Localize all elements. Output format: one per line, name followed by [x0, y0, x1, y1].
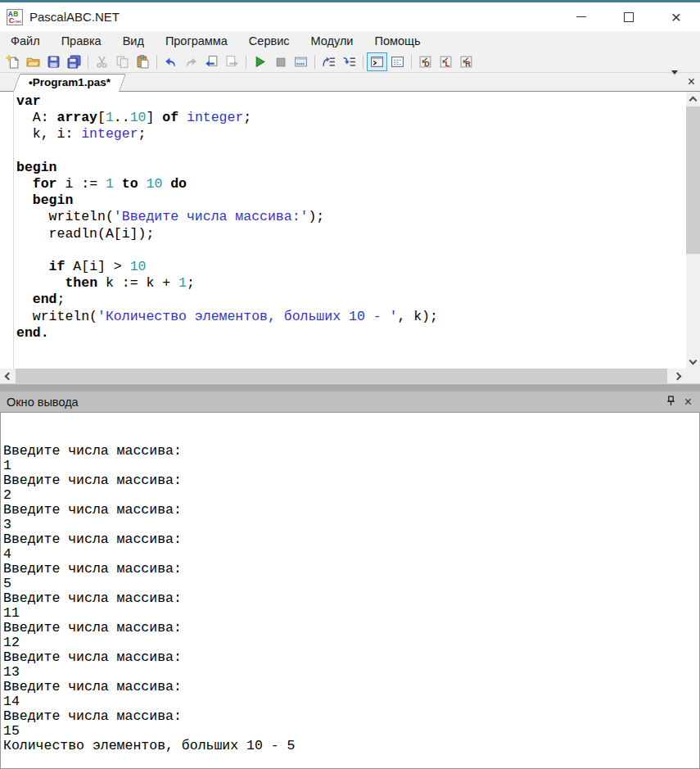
code-line[interactable]: then k := k + 1; [16, 275, 438, 292]
menu-item-service[interactable]: Сервис [238, 31, 300, 52]
code-line[interactable] [16, 242, 438, 259]
code-line[interactable]: end; [16, 292, 438, 308]
close-icon: × [671, 8, 681, 25]
output-line: 4 [3, 547, 699, 562]
scroll-right-button[interactable] [671, 369, 686, 383]
nav-back-icon [205, 55, 219, 69]
output-console[interactable]: Введите числа массива:1Введите числа мас… [0, 412, 700, 769]
menu-item-modules[interactable]: Модули [300, 31, 364, 52]
menu-item-edit[interactable]: Правка [51, 31, 112, 52]
output-line: Введите числа массива: [3, 562, 699, 577]
code-line[interactable]: for i := 1 to 10 do [16, 176, 438, 192]
chevron-down-icon [689, 356, 698, 364]
window-title: PascalABC.NET [29, 10, 120, 24]
scroll-left-button[interactable] [0, 369, 15, 383]
code-editor[interactable]: var A: array[1..10] of integer; k, i: in… [0, 92, 686, 369]
menu-bar: ФайлПравкаВидПрограммаСервисМодулиПомощь [0, 31, 700, 52]
output-line: 15 [3, 724, 699, 739]
save-icon [47, 55, 61, 69]
svg-text:R: R [465, 60, 471, 68]
code-line[interactable]: A: array[1..10] of integer; [16, 110, 438, 126]
svg-text:net: net [15, 18, 21, 23]
open-file-button[interactable] [23, 52, 43, 71]
nav-back-button[interactable] [201, 52, 222, 71]
code-area[interactable]: var A: array[1..10] of integer; k, i: in… [16, 93, 438, 342]
run-program-button[interactable] [250, 52, 270, 71]
scroll-up-button[interactable] [686, 92, 700, 106]
code-line[interactable]: writeln('Введите числа массива:'); [16, 209, 438, 225]
editor-output-splitter[interactable] [0, 383, 700, 391]
step-over-icon [322, 55, 336, 69]
output-window-header: Окно вывода × [0, 391, 700, 412]
paste-button[interactable] [133, 52, 153, 71]
undo-button[interactable] [160, 52, 181, 71]
compile-button[interactable] [291, 52, 311, 71]
chevron-right-icon [674, 372, 682, 380]
chevron-left-icon [5, 372, 13, 380]
tab-strip: •Program1.pas* × [0, 73, 700, 92]
run-icon [253, 55, 267, 69]
close-document-button[interactable]: × [688, 75, 695, 89]
step-over-button[interactable] [318, 52, 339, 71]
pin-icon [666, 396, 676, 406]
panel-r-button[interactable]: R [456, 52, 476, 71]
code-line[interactable]: readln(A[i]); [16, 226, 438, 242]
panel-d-button[interactable]: D [415, 52, 436, 71]
code-line[interactable]: begin [16, 192, 438, 209]
scroll-down-button[interactable] [686, 355, 700, 369]
cut-icon [95, 55, 109, 69]
horizontal-scrollbar-thumb[interactable] [16, 369, 667, 383]
stop-icon [273, 55, 287, 69]
code-line[interactable]: var [16, 93, 438, 110]
panel-l-icon: L [439, 55, 453, 69]
output-line: Введите числа массива: [3, 709, 699, 724]
output-line: 2 [3, 488, 699, 503]
nav-forward-button[interactable] [222, 52, 242, 71]
window-controls: × [558, 2, 700, 31]
new-file-button[interactable] [2, 52, 23, 71]
toggle-output-window-button[interactable] [367, 52, 387, 71]
code-line[interactable]: k, i: integer; [16, 126, 438, 142]
code-line[interactable]: begin [16, 160, 438, 176]
save-all-button[interactable] [64, 52, 84, 71]
step-into-icon [342, 55, 356, 69]
toggle-structure-window-button[interactable] [387, 52, 408, 71]
vertical-scrollbar-thumb[interactable] [686, 106, 700, 254]
output-line: Введите числа массива: [3, 591, 699, 606]
output-lines: Введите числа массива:1Введите числа мас… [3, 444, 699, 753]
code-line[interactable]: end. [16, 325, 438, 342]
close-button[interactable]: × [653, 2, 700, 31]
code-line[interactable]: if A[i] > 10 [16, 259, 438, 275]
toolbar-separator [363, 55, 364, 69]
close-output-button[interactable]: × [684, 395, 692, 409]
stop-program-button[interactable] [270, 52, 291, 71]
cut-button[interactable] [92, 52, 112, 71]
menu-item-view[interactable]: Вид [112, 31, 155, 52]
chevron-down-icon [671, 70, 678, 88]
tab-label: •Program1.pas* [16, 74, 123, 92]
minimize-button[interactable] [558, 2, 605, 31]
code-line[interactable] [16, 143, 438, 160]
console-window-icon [370, 55, 384, 69]
maximize-button[interactable] [605, 2, 653, 31]
code-line[interactable]: writeln('Количество элементов, больших 1… [16, 309, 438, 325]
output-line: Введите числа массива: [3, 650, 699, 665]
editor-horizontal-scrollbar[interactable] [0, 369, 686, 383]
copy-button[interactable] [112, 52, 133, 71]
menu-item-help[interactable]: Помощь [364, 31, 431, 52]
redo-button[interactable] [181, 52, 201, 71]
editor-vertical-scrollbar[interactable] [686, 92, 700, 369]
menu-item-program[interactable]: Программа [155, 31, 238, 52]
save-file-button[interactable] [43, 52, 64, 71]
copy-icon [115, 55, 129, 69]
pascalabc-logo-icon: A B C net [7, 9, 23, 25]
tab-program1[interactable]: •Program1.pas* [16, 74, 123, 92]
tab-list-dropdown-button[interactable] [671, 75, 678, 89]
output-line: Введите числа массива: [3, 444, 699, 459]
new-file-icon [6, 55, 20, 69]
auto-hide-pin-button[interactable] [666, 395, 676, 409]
panel-l-button[interactable]: L [436, 52, 456, 71]
step-into-button[interactable] [339, 52, 359, 71]
output-line: 1 [3, 459, 699, 473]
menu-item-file[interactable]: Файл [0, 31, 51, 52]
